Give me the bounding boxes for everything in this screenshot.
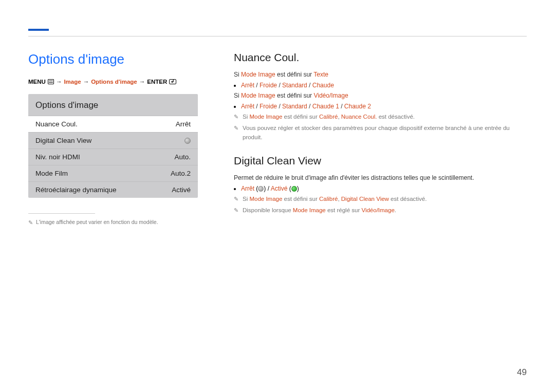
opt: Arrêt	[241, 103, 254, 110]
toggle-dot-grey-icon	[184, 138, 191, 144]
note-text: Vous pouvez régler et stocker des paramè…	[243, 123, 527, 142]
nuance-note-1: ✎ Si Mode Image est défini sur Calibré, …	[234, 112, 527, 122]
panel-row-nuance[interactable]: Nuance Coul. Arrêt	[28, 116, 198, 132]
opt: Chaude 1	[312, 103, 339, 110]
panel-row-label: Nuance Coul.	[35, 120, 78, 128]
text: est réglé sur	[326, 207, 362, 213]
opt: Arrêt	[241, 82, 254, 89]
panel-row-value: Arrêt	[176, 120, 191, 128]
text: est défini sur	[282, 196, 319, 202]
text: .	[395, 207, 396, 213]
text: Si	[234, 71, 241, 78]
pencil-icon: ✎	[234, 124, 238, 133]
text: est défini sur	[282, 114, 319, 120]
enter-icon	[169, 79, 176, 84]
breadcrumb-arrow: →	[139, 79, 145, 85]
mode-image-ref: Mode Image	[241, 92, 275, 99]
accent-bar	[28, 29, 49, 31]
texte-ref: Texte	[313, 71, 328, 78]
mode-image-ref: Mode Image	[293, 207, 326, 213]
dcv-ref: Digital Clean View	[341, 196, 389, 202]
opt: Chaude 2	[344, 103, 371, 110]
panel-row-dcv[interactable]: Digital Clean View	[28, 132, 198, 148]
breadcrumb-arrow: →	[56, 79, 62, 85]
pencil-icon: ✎	[234, 113, 238, 122]
right-column: Nuance Coul. Si Mode Image est défini su…	[234, 51, 527, 226]
menu-icon	[48, 79, 54, 84]
dot-grey-icon	[258, 186, 264, 192]
breadcrumb: MENU → Image → Options d'image → ENTER	[28, 79, 198, 85]
footnote: ✎ L'image affichée peut varier en foncti…	[28, 219, 198, 226]
text: Disponible lorsque	[243, 207, 293, 213]
panel-row-label: Rétroéclairage dynamique	[35, 186, 117, 194]
text: Si	[234, 92, 241, 99]
text: est défini sur	[275, 92, 314, 99]
dcv-heading: Digital Clean View	[234, 155, 527, 167]
opt-on: Activé	[271, 185, 288, 192]
breadcrumb-enter-label: ENTER	[147, 79, 167, 85]
nuance-line2: Si Mode Image est défini sur Vidéo/Image	[234, 91, 527, 101]
page-title: Options d'image	[28, 51, 198, 67]
opt-off: Arrêt	[241, 185, 254, 192]
text: est défini sur	[275, 71, 313, 78]
panel-row-film[interactable]: Mode Film Auto.2	[28, 165, 198, 181]
opt: Standard	[282, 103, 307, 110]
breadcrumb-options: Options d'image	[91, 79, 137, 85]
list-item: Arrêt / Froide / Standard / Chaude 1 / C…	[241, 103, 527, 110]
pencil-icon: ✎	[234, 206, 238, 215]
nuance-options-2: Arrêt / Froide / Standard / Chaude 1 / C…	[241, 103, 527, 110]
dcv-note-2: ✎ Disponible lorsque Mode Image est régl…	[234, 206, 527, 215]
nuance-heading: Nuance Coul.	[234, 51, 527, 64]
pencil-icon: ✎	[234, 195, 238, 204]
calibre-ref: Calibré	[319, 196, 338, 202]
text: est désactivé.	[377, 114, 415, 120]
panel-title: Options d'image	[28, 94, 198, 116]
opt: Standard	[282, 82, 307, 89]
breadcrumb-image: Image	[64, 79, 81, 85]
video-image-ref: Vidéo/Image	[361, 207, 394, 213]
panel-row-value: Activé	[172, 186, 191, 194]
dcv-desc: Permet de réduire le bruit d'image afin …	[234, 173, 527, 183]
video-image-ref: Vidéo/Image	[313, 92, 348, 99]
dcv-options: Arrêt () / Activé ()	[241, 185, 527, 192]
calibre-ref: Calibré	[319, 114, 338, 120]
mode-image-ref: Mode Image	[249, 196, 282, 202]
list-item: Arrêt / Froide / Standard / Chaude	[241, 82, 527, 89]
settings-panel: Options d'image Nuance Coul. Arrêt Digit…	[28, 94, 198, 198]
footnote-divider	[28, 213, 95, 214]
dcv-note-1: ✎ Si Mode Image est défini sur Calibré, …	[234, 194, 527, 204]
panel-row-label: Niv. noir HDMI	[35, 153, 80, 161]
panel-row-value: Auto.2	[171, 170, 191, 177]
top-divider	[28, 36, 527, 36]
text: )	[297, 185, 299, 192]
opt: Froide	[260, 82, 277, 89]
content-area: Options d'image MENU → Image → Options d…	[28, 51, 527, 226]
text: Si	[243, 114, 249, 120]
text: est désactivé.	[389, 196, 427, 202]
opt: Chaude	[312, 82, 334, 89]
nuance-note-2: ✎ Vous pouvez régler et stocker des para…	[234, 123, 527, 142]
pencil-icon: ✎	[28, 219, 33, 226]
page-number: 49	[517, 367, 527, 378]
panel-row-backlight[interactable]: Rétroéclairage dynamique Activé	[28, 181, 198, 198]
panel-row-value: Auto.	[174, 153, 191, 161]
breadcrumb-menu-label: MENU	[28, 79, 46, 85]
left-column: Options d'image MENU → Image → Options d…	[28, 51, 198, 226]
mode-image-ref: Mode Image	[249, 114, 282, 120]
nuance-ref: Nuance Coul.	[341, 114, 377, 120]
panel-row-label: Digital Clean View	[35, 137, 91, 144]
panel-row-label: Mode Film	[35, 170, 68, 177]
mode-image-ref: Mode Image	[241, 71, 275, 78]
text: ) /	[264, 185, 270, 192]
dot-green-icon	[291, 186, 297, 192]
opt: Froide	[260, 103, 277, 110]
breadcrumb-arrow: →	[83, 79, 89, 85]
footnote-text: L'image affichée peut varier en fonction…	[36, 219, 158, 225]
panel-row-hdmi[interactable]: Niv. noir HDMI Auto.	[28, 148, 198, 165]
text: Si	[243, 196, 249, 202]
nuance-line1: Si Mode Image est défini sur Texte	[234, 70, 527, 80]
list-item: Arrêt () / Activé ()	[241, 185, 527, 192]
nuance-options-1: Arrêt / Froide / Standard / Chaude	[241, 82, 527, 89]
